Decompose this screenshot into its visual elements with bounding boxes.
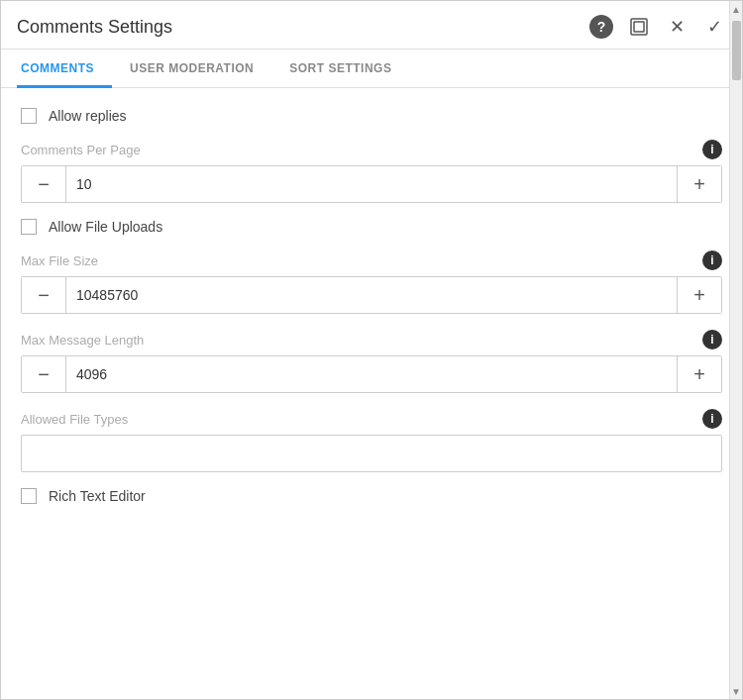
help-icon[interactable]: ? (589, 15, 613, 39)
allow-replies-checkbox[interactable] (21, 108, 37, 124)
max-message-length-label-row: Max Message Length i (21, 330, 722, 350)
comments-per-page-group: Comments Per Page i − + (21, 140, 722, 203)
scroll-up-arrow[interactable]: ▲ (730, 1, 742, 17)
tab-user-moderation[interactable]: USER MODERATION (112, 50, 271, 88)
tab-bar: COMMENTS USER MODERATION SORT SETTINGS (1, 50, 742, 88)
comments-per-page-decrement[interactable]: − (22, 166, 65, 202)
title-bar-actions: ? ✕ ✓ (589, 15, 726, 39)
allowed-file-types-group: Allowed File Types i (21, 409, 722, 472)
comments-per-page-label: Comments Per Page (21, 143, 141, 157)
max-file-size-decrement[interactable]: − (22, 277, 65, 313)
comments-per-page-input[interactable] (65, 166, 678, 202)
max-message-length-increment[interactable]: + (678, 356, 721, 392)
title-bar: Comments Settings ? ✕ ✓ (1, 1, 742, 50)
max-message-length-group: Max Message Length i − + (21, 330, 722, 393)
max-file-size-group: Max File Size i − + (21, 250, 722, 314)
scroll-down-arrow[interactable]: ▼ (730, 683, 742, 699)
scroll-thumb[interactable] (732, 21, 741, 80)
max-file-size-label-row: Max File Size i (21, 250, 722, 270)
tab-comments[interactable]: COMMENTS (17, 50, 112, 88)
allowed-file-types-input[interactable] (21, 435, 722, 472)
max-message-length-decrement[interactable]: − (22, 356, 65, 392)
comments-per-page-info-icon[interactable]: i (702, 140, 722, 159)
max-message-length-stepper: − + (21, 355, 722, 393)
rich-text-editor-checkbox[interactable] (21, 488, 37, 504)
max-file-size-input[interactable] (65, 277, 678, 313)
svg-rect-1 (634, 22, 644, 32)
max-message-length-input[interactable] (65, 356, 678, 392)
max-message-length-info-icon[interactable]: i (702, 330, 722, 350)
rich-text-editor-row: Rich Text Editor (21, 488, 722, 504)
max-file-size-info-icon[interactable]: i (702, 250, 722, 270)
allowed-file-types-label: Allowed File Types (21, 412, 128, 427)
tab-content-comments: Allow replies Comments Per Page i − + Al… (1, 88, 742, 699)
window-icon[interactable] (627, 15, 651, 39)
max-file-size-label: Max File Size (21, 253, 98, 268)
comments-per-page-stepper: − + (21, 165, 722, 203)
rich-text-editor-label: Rich Text Editor (49, 488, 146, 504)
max-file-size-increment[interactable]: + (678, 277, 721, 313)
scrollbar[interactable]: ▲ ▼ (729, 1, 742, 699)
allow-file-uploads-label: Allow File Uploads (49, 219, 162, 235)
tab-sort-settings[interactable]: SORT SETTINGS (271, 50, 409, 88)
allow-file-uploads-checkbox[interactable] (21, 219, 37, 235)
close-icon[interactable]: ✕ (665, 15, 689, 39)
allow-file-uploads-row: Allow File Uploads (21, 219, 722, 235)
max-file-size-stepper: − + (21, 276, 722, 314)
allow-replies-row: Allow replies (21, 108, 722, 124)
comments-per-page-increment[interactable]: + (678, 166, 721, 202)
confirm-icon[interactable]: ✓ (702, 15, 726, 39)
dialog-title: Comments Settings (17, 17, 172, 38)
max-message-length-label: Max Message Length (21, 333, 144, 348)
comments-settings-dialog: Comments Settings ? ✕ ✓ COMMENTS USER MO… (0, 0, 743, 700)
comments-per-page-label-row: Comments Per Page i (21, 140, 722, 159)
allow-replies-label: Allow replies (49, 108, 127, 124)
allowed-file-types-label-row: Allowed File Types i (21, 409, 722, 429)
allowed-file-types-info-icon[interactable]: i (702, 409, 722, 429)
